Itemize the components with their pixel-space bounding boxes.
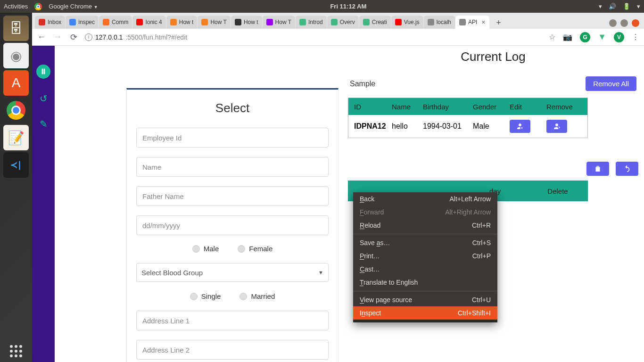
form-title: Select xyxy=(136,101,329,115)
site-info-icon[interactable]: i xyxy=(85,33,92,41)
undo-button[interactable] xyxy=(616,162,638,176)
address-line2-input[interactable] xyxy=(136,340,329,360)
tab-overv[interactable]: Overv xyxy=(327,16,359,29)
tab-inbox[interactable]: Inbox xyxy=(35,16,65,29)
cm-inspect[interactable]: Inspect Ctrl+Shift+I xyxy=(353,306,497,320)
log-table-header: ID Name Birthday Gender Edit Remove xyxy=(348,98,587,115)
dock-files[interactable]: 🗄 xyxy=(3,16,29,41)
user-remove-icon xyxy=(553,122,561,131)
url-path: :5500/fun.html?#/edit xyxy=(125,33,187,41)
tab-localh[interactable]: localh xyxy=(424,16,455,29)
tab-ionic[interactable]: Ionic 4 xyxy=(132,16,165,29)
profile-avatar[interactable]: V xyxy=(614,32,624,42)
cm-print[interactable]: Print… Ctrl+P xyxy=(353,249,497,263)
system-clock: Fri 11:12 AM xyxy=(98,3,599,10)
dock-rhythmbox[interactable]: ◉ xyxy=(3,43,29,68)
tab-introd[interactable]: Introd xyxy=(296,16,327,29)
marital-radio-group: Single Married xyxy=(136,292,329,300)
dock-chrome[interactable] xyxy=(3,98,29,123)
cm-view-source[interactable]: View page source Ctrl+U xyxy=(353,293,497,306)
gender-female-radio[interactable]: Female xyxy=(238,245,272,253)
chrome-window: Inbox inspec Comm Ionic 4 How t How T Ho… xyxy=(32,13,644,362)
cm-cast[interactable]: Cast… xyxy=(353,263,497,276)
chevron-down-icon: ▼ xyxy=(318,270,323,275)
cm-print-shortcut: Ctrl+P xyxy=(472,252,491,260)
sidebar-history-icon[interactable]: ↺ xyxy=(40,93,48,104)
dock-show-applications[interactable] xyxy=(0,345,32,357)
maximize-button[interactable] xyxy=(620,19,628,27)
cm-translate[interactable]: Translate to English xyxy=(353,276,497,289)
current-log-title: Current Log xyxy=(348,49,638,64)
wifi-icon[interactable]: ▾ xyxy=(599,3,602,10)
reload-button[interactable]: ⟳ xyxy=(69,32,78,42)
trash-button[interactable] xyxy=(586,162,609,176)
ubuntu-dock: 🗄 ◉ A 📝 ≺∣ xyxy=(0,13,32,362)
edit-row-button[interactable] xyxy=(510,120,530,133)
tab-api[interactable]: API× xyxy=(455,16,489,29)
marital-single-radio[interactable]: Single xyxy=(190,292,221,300)
chrome-menu-icon[interactable]: ⋮ xyxy=(632,33,639,41)
tab-strip: Inbox inspec Comm Ionic 4 How t How T Ho… xyxy=(32,13,644,29)
back-button[interactable]: ← xyxy=(37,32,46,42)
deleted-col-delete: Delete xyxy=(532,187,584,195)
sidebar-logo-icon[interactable]: ⏸ xyxy=(36,65,50,79)
tab-inspec[interactable]: inspec xyxy=(66,16,99,29)
cell-name: hello xyxy=(392,122,423,131)
dock-software[interactable]: A xyxy=(3,70,29,96)
window-controls xyxy=(609,19,644,29)
cm-viewsource-shortcut: Ctrl+U xyxy=(472,296,491,304)
minimize-button[interactable] xyxy=(609,19,617,27)
gender-radio-group: Male Female xyxy=(136,245,329,253)
tab-how4[interactable]: How T xyxy=(263,16,295,29)
cm-save-as[interactable]: Save as… Ctrl+S xyxy=(353,236,497,249)
tab-how1[interactable]: How t xyxy=(166,16,198,29)
col-remove: Remove xyxy=(546,103,586,111)
cm-separator xyxy=(353,234,497,234)
tab-how3[interactable]: How t xyxy=(231,16,262,29)
volume-icon[interactable]: 🔊 xyxy=(609,3,616,10)
dock-vscode[interactable]: ≺∣ xyxy=(3,152,29,178)
camera-icon[interactable]: 📷 xyxy=(563,33,572,41)
battery-icon[interactable]: 🔋 xyxy=(623,3,630,10)
tab-how2[interactable]: How T xyxy=(198,16,230,29)
new-tab-button[interactable]: + xyxy=(493,16,505,29)
address-line1-input[interactable] xyxy=(136,311,329,330)
trash-icon xyxy=(594,165,602,173)
cm-reload-shortcut: Ctrl+R xyxy=(472,222,491,229)
activities-button[interactable]: Activities xyxy=(4,3,28,10)
tab-vuejs[interactable]: Vue.js xyxy=(391,16,423,29)
context-menu: Back Alt+Left Arrow Forward Alt+Right Ar… xyxy=(353,192,497,322)
grammarly-icon[interactable]: G xyxy=(580,32,590,42)
power-icon[interactable]: ▾ xyxy=(637,3,640,10)
dob-input[interactable] xyxy=(136,215,329,235)
cm-reload[interactable]: Reload Ctrl+R xyxy=(353,219,497,232)
close-icon[interactable]: × xyxy=(481,18,485,26)
tab-comm[interactable]: Comm xyxy=(99,16,132,29)
cm-back-shortcut: Alt+Left Arrow xyxy=(449,195,491,203)
log-table: ID Name Birthday Gender Edit Remove IDPN… xyxy=(348,98,588,138)
bookmark-icon[interactable]: ☆ xyxy=(549,33,555,41)
name-input[interactable] xyxy=(136,157,329,177)
marital-married-radio[interactable]: Married xyxy=(239,292,275,300)
vue-devtools-icon[interactable]: ▼ xyxy=(598,32,606,42)
col-edit: Edit xyxy=(510,103,546,111)
cell-id: IDPNA12 xyxy=(348,122,392,131)
forward-button: → xyxy=(53,32,62,42)
employee-id-input[interactable] xyxy=(136,128,329,148)
address-bar: ← → ⟳ i 127.0.0.1:5500/fun.html?#/edit ☆… xyxy=(32,29,644,46)
remove-row-button[interactable] xyxy=(546,120,567,133)
close-window-button[interactable] xyxy=(632,19,639,27)
blood-group-select[interactable]: Select Blood Group ▼ xyxy=(136,263,329,282)
url-field[interactable]: i 127.0.0.1:5500/fun.html?#/edit xyxy=(85,33,542,41)
user-edit-icon xyxy=(516,122,524,131)
tab-creat[interactable]: Creati xyxy=(359,16,391,29)
father-name-input[interactable] xyxy=(136,186,329,206)
dock-text-editor[interactable]: 📝 xyxy=(3,125,29,150)
cm-forward: Forward Alt+Right Arrow xyxy=(353,206,497,219)
cm-back[interactable]: Back Alt+Left Arrow xyxy=(353,192,497,206)
sidebar-edit-icon[interactable]: ✎ xyxy=(40,118,48,130)
remove-all-button[interactable]: Remove All xyxy=(586,76,636,91)
gender-male-radio[interactable]: Male xyxy=(192,245,219,253)
undo-icon xyxy=(623,165,631,173)
active-app-label[interactable]: Google Chrome ▼ xyxy=(49,3,98,10)
